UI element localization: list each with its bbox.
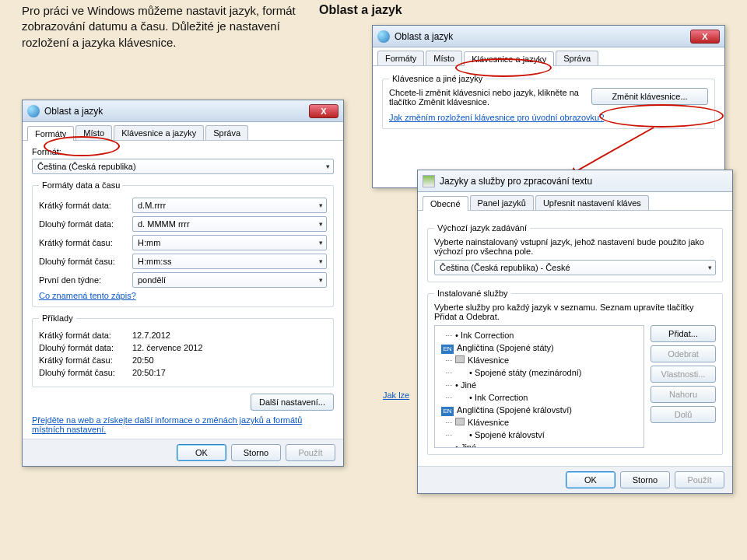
keyboards-desc: Chcete-li změnit klávesnici nebo jazyk, … (389, 88, 584, 107)
short-date-value: d.M.rrrr (138, 201, 166, 210)
fieldset-datetime: Formáty data a času Krátký formát data:d… (32, 180, 334, 307)
titlebar[interactable]: Oblast a jazyk X (23, 100, 343, 122)
tree-node[interactable]: ENAngličtina (Spojené království) (438, 404, 640, 416)
page-heading: Oblast a jazyk (319, 3, 402, 17)
titlebar[interactable]: Oblast a jazyk X (373, 26, 724, 47)
move-down-button[interactable]: Dolů (651, 406, 716, 423)
row-label: Krátký formát data: (39, 201, 132, 210)
tabstrip: Formáty Místo Klávesnice a jazyky Správa (373, 47, 724, 66)
highlight-circle (599, 104, 724, 128)
properties-button[interactable]: Vlastnosti... (651, 366, 716, 383)
change-keyboards-button[interactable]: Změnit klávesnice... (591, 88, 708, 105)
tree-node[interactable]: ENAngličtina (Spojené státy) (438, 341, 640, 354)
default-lang-desc: Vyberte nainstalovaný vstupní jazyk, jeh… (434, 237, 716, 256)
window-title: Jazyky a služby pro zpracování textu (440, 176, 592, 187)
tree-node[interactable]: Klávesnice (438, 416, 640, 429)
tree-node[interactable]: • Ink Correction (438, 391, 640, 404)
ex-label: Krátký formát času: (39, 355, 132, 365)
legend-default-lang: Výchozí jazyk zadávání (434, 223, 530, 233)
long-date-dropdown[interactable]: d. MMMM rrrr▾ (132, 216, 327, 232)
lang-badge-icon: EN (441, 345, 454, 354)
legend-keyboards: Klávesnice a jiné jazyky (389, 74, 486, 83)
services-tree[interactable]: • Ink CorrectionENAngličtina (Spojené st… (434, 325, 644, 448)
tab-sprava[interactable]: Správa (556, 51, 598, 65)
tab-panel-jazyku[interactable]: Panel jazyků (470, 195, 534, 210)
close-icon[interactable]: X (309, 104, 338, 118)
cancel-button[interactable]: Storno (620, 471, 670, 488)
link-web-more-info[interactable]: Přejděte na web a získejte další informa… (32, 415, 334, 434)
tree-node[interactable]: • Jiné (438, 379, 640, 391)
short-time-dropdown[interactable]: H:mm▾ (132, 235, 327, 250)
tab-klavesnice[interactable]: Klávesnice a jazyky (114, 125, 204, 140)
ex-label: Dlouhý formát data: (39, 343, 132, 352)
short-time-value: H:mm (138, 238, 160, 247)
long-date-value: d. MMMM rrrr (138, 219, 190, 229)
default-lang-dropdown[interactable]: Čeština (Česká republika) - České ▾ (434, 260, 716, 275)
lang-badge-icon: EN (441, 407, 454, 416)
short-date-dropdown[interactable]: d.M.rrrr▾ (132, 198, 327, 213)
format-dropdown[interactable]: Čeština (Česká republika) ▾ (32, 159, 334, 174)
globe-icon (27, 105, 40, 117)
close-icon[interactable]: X (690, 30, 720, 44)
chevron-down-icon: ▾ (319, 276, 323, 284)
add-button[interactable]: Přidat... (651, 325, 716, 342)
legend-installed: Instalované služby (434, 289, 511, 298)
long-time-dropdown[interactable]: H:mm:ss▾ (132, 254, 327, 269)
tabstrip: Obecné Panel jazyků Upřesnit nastavení k… (418, 192, 732, 211)
row-label: Dlouhý formát času: (39, 257, 132, 266)
keyboard-icon (455, 418, 465, 425)
highlight-circle (455, 58, 552, 77)
long-time-value: H:mm:ss (138, 257, 171, 266)
apply-button[interactable]: Použít (286, 444, 335, 461)
first-day-dropdown[interactable]: pondělí▾ (132, 272, 327, 288)
default-lang-value: Čeština (Česká republika) - České (440, 263, 570, 272)
tree-node[interactable]: • Spojené království (438, 429, 640, 441)
tree-node[interactable]: • Ink Correction (438, 329, 640, 341)
window-title: Oblast a jazyk (395, 31, 453, 42)
ex-value: 12. července 2012 (132, 343, 327, 352)
chevron-down-icon: ▾ (708, 264, 712, 271)
remove-button[interactable]: Odebrat (651, 345, 716, 362)
tab-misto[interactable]: Místo (426, 51, 462, 65)
ok-button[interactable]: OK (177, 444, 226, 461)
legend-datetime: Formáty data a času (39, 180, 123, 190)
link-fragment[interactable]: Jak lze (383, 390, 409, 400)
window-title: Oblast a jazyk (44, 106, 103, 117)
ex-value: 12.7.2012 (132, 331, 327, 340)
chevron-down-icon: ▾ (326, 163, 330, 170)
fieldset-installed: Instalované služby Vyberte služby pro ka… (427, 289, 723, 455)
keyboard-icon (455, 355, 465, 363)
ok-button[interactable]: OK (566, 471, 615, 488)
tree-node[interactable]: • Jiné (438, 441, 640, 448)
tab-upresnit[interactable]: Upřesnit nastavení kláves (535, 195, 649, 210)
row-label: První den týdne: (39, 275, 132, 285)
more-settings-button[interactable]: Další nastavení... (251, 394, 334, 411)
tab-formaty[interactable]: Formáty (377, 51, 424, 65)
fieldset-default-lang: Výchozí jazyk zadávání Vyberte nainstalo… (427, 223, 723, 282)
tree-button-column: Přidat... Odebrat Vlastnosti... Nahoru D… (651, 325, 716, 448)
row-label: Krátký formát času: (39, 238, 132, 247)
tab-obecne[interactable]: Obecné (423, 196, 468, 211)
highlight-circle (44, 136, 120, 156)
chevron-down-icon: ▾ (319, 257, 323, 265)
apply-button[interactable]: Použít (675, 471, 724, 488)
ex-label: Krátký formát data: (39, 331, 132, 340)
chevron-down-icon: ▾ (319, 201, 323, 209)
ex-value: 20:50 (132, 355, 327, 365)
fieldset-examples: Příklady Krátký formát data:12.7.2012 Dl… (32, 313, 334, 387)
tree-node[interactable]: Klávesnice (438, 354, 640, 366)
tree-node[interactable]: • Spojené státy (mezinárodní) (438, 366, 640, 379)
link-what-means[interactable]: Co znamená tento zápis? (39, 291, 327, 300)
dialog-button-row: OK Storno Použít (418, 466, 732, 493)
ex-value: 20:50:17 (132, 368, 327, 377)
row-label: Dlouhý formát data: (39, 219, 132, 229)
cancel-button[interactable]: Storno (231, 444, 281, 461)
move-up-button[interactable]: Nahoru (651, 386, 716, 403)
format-value: Čeština (Česká republika) (37, 162, 136, 171)
installed-desc: Vyberte služby pro každý jazyk v seznamu… (434, 303, 716, 321)
titlebar[interactable]: Jazyky a služby pro zpracování textu (418, 170, 732, 192)
first-day-value: pondělí (138, 275, 166, 285)
tab-sprava[interactable]: Správa (205, 125, 248, 140)
globe-icon (377, 30, 390, 43)
chevron-down-icon: ▾ (319, 220, 323, 228)
